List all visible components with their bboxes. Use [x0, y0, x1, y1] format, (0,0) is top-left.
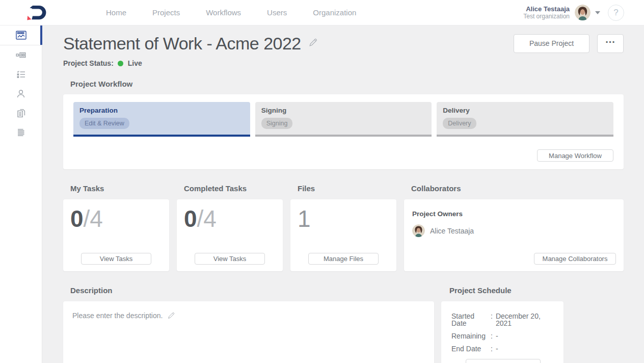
main-nav: Home Projects Workflows Users Organizati… [106, 8, 356, 17]
description-heading: Description [70, 286, 434, 295]
workflow-stages: Preparation Edit & Review Signing Signin… [73, 102, 613, 137]
status-row: Project Status: Live [63, 59, 624, 67]
status-value: Live [128, 59, 142, 67]
help-button[interactable]: ? [608, 5, 624, 21]
sidebar-item-dashboard[interactable] [0, 25, 42, 45]
stage-status-chip: Signing [261, 118, 293, 129]
schedule-value: - [496, 345, 498, 352]
edit-title-icon[interactable] [308, 38, 318, 49]
nav-users[interactable]: Users [267, 8, 287, 17]
chevron-down-icon[interactable] [595, 11, 600, 14]
schedule-value: - [496, 332, 498, 340]
my-tasks-heading: My Tasks [70, 184, 169, 193]
schedule-column: Project Schedule Started Date : December… [441, 286, 564, 363]
schedule-row-remaining: Remaining : - [451, 332, 554, 340]
collaborators-heading: Collaborators [411, 184, 624, 193]
sidebar [0, 25, 42, 363]
more-actions-button[interactable]: ... [597, 34, 624, 53]
tasks-total: /4 [84, 205, 103, 232]
stage-preparation[interactable]: Preparation Edit & Review [73, 102, 250, 137]
stage-delivery[interactable]: Delivery Delivery [437, 102, 613, 137]
user-text: Alice Testaaja Test organization [523, 5, 570, 20]
main-content: Statement of Work - Acme 2022 Pause Proj… [42, 25, 644, 363]
stage-title: Signing [261, 107, 426, 114]
sidebar-item-activity[interactable] [0, 123, 42, 142]
nav-organization[interactable]: Organization [313, 8, 356, 17]
sidebar-item-files[interactable] [0, 103, 42, 123]
sidebar-item-users[interactable] [0, 84, 42, 103]
sidebar-item-workflow[interactable] [0, 45, 42, 65]
files-heading: Files [298, 184, 396, 193]
workflow-card: Preparation Edit & Review Signing Signin… [63, 94, 624, 169]
sidebar-item-tasks[interactable] [0, 65, 42, 84]
my-tasks-card: 0/4 View Tasks [63, 199, 169, 271]
tasks-icon [16, 69, 26, 80]
stage-status-chip: Edit & Review [79, 118, 129, 129]
schedule-card: Started Date : December 20, 2021 Remaini… [441, 301, 564, 363]
manage-workflow-button[interactable]: Manage Workflow [537, 149, 613, 162]
description-column: Description Please enter the description… [63, 286, 434, 363]
my-tasks-column: My Tasks 0/4 View Tasks [63, 184, 169, 271]
logo-red-triangle [27, 16, 31, 20]
schedule-colon: : [491, 313, 493, 327]
tasks-total: /4 [197, 205, 217, 232]
tasks-completed: 0 [70, 205, 84, 232]
view-completed-tasks-button[interactable]: View Tasks [195, 253, 265, 265]
stage-status-chip: Delivery [443, 118, 476, 129]
nav-projects[interactable]: Projects [152, 8, 180, 17]
tasks-completed: 0 [184, 205, 197, 232]
app-logo[interactable] [25, 4, 49, 21]
workflow-icon [16, 50, 26, 60]
completed-tasks-count: 0/4 [184, 205, 276, 232]
stage-title: Preparation [79, 107, 244, 114]
activity-log-icon [16, 127, 26, 138]
bottom-row: Description Please enter the description… [63, 286, 624, 363]
manage-files-button[interactable]: Manage Files [308, 253, 379, 265]
schedule-label: Started Date [451, 313, 491, 327]
status-label: Project Status: [63, 59, 114, 67]
manage-schedule-button[interactable]: Manage Schedule [466, 359, 541, 363]
files-column: Files 1 Manage Files [290, 184, 396, 271]
stage-title: Delivery [443, 107, 607, 114]
stage-signing[interactable]: Signing Signing [255, 102, 432, 137]
nav-home[interactable]: Home [106, 8, 126, 17]
files-icon [16, 108, 26, 118]
logo-d-shape [32, 5, 46, 19]
collaborators-card: Project Owners Alice Testaaja Manage Col… [404, 199, 624, 271]
schedule-colon: : [491, 332, 493, 340]
schedule-heading: Project Schedule [449, 286, 564, 295]
schedule-row-end-date: End Date : - [451, 345, 554, 352]
schedule-label: Remaining [451, 332, 491, 340]
ellipsis-icon: ... [605, 33, 615, 45]
description-card: Please enter the description. [63, 301, 434, 363]
collaborators-column: Collaborators Project Owners Alice Testa… [404, 184, 624, 271]
top-bar: Home Projects Workflows Users Organizati… [0, 0, 644, 25]
description-placeholder: Please enter the description. [72, 312, 163, 320]
schedule-colon: : [491, 345, 493, 352]
owner-avatar [412, 224, 425, 237]
dashboard-icon [16, 31, 26, 40]
schedule-label: End Date [451, 345, 491, 352]
user-name: Alice Testaaja [523, 5, 570, 13]
user-menu: Alice Testaaja Test organization ? [523, 5, 624, 21]
title-row: Statement of Work - Acme 2022 Pause Proj… [63, 34, 624, 53]
completed-tasks-card: 0/4 View Tasks [177, 199, 283, 271]
my-tasks-count: 0/4 [70, 205, 162, 232]
help-question-icon: ? [613, 8, 618, 18]
user-organization: Test organization [523, 13, 570, 20]
completed-tasks-heading: Completed Tasks [184, 184, 283, 193]
files-total: 1 [298, 205, 311, 232]
user-avatar[interactable] [575, 5, 591, 20]
manage-collaborators-button[interactable]: Manage Collaborators [534, 253, 616, 265]
view-my-tasks-button[interactable]: View Tasks [81, 253, 151, 265]
pause-project-button[interactable]: Pause Project [514, 34, 589, 53]
schedule-row-started: Started Date : December 20, 2021 [451, 313, 554, 327]
nav-workflows[interactable]: Workflows [206, 8, 241, 17]
user-icon [16, 89, 26, 99]
owner-name: Alice Testaaja [430, 227, 474, 235]
stats-row: My Tasks 0/4 View Tasks Completed Tasks … [63, 184, 624, 271]
project-owners-title: Project Owners [412, 210, 615, 218]
edit-description-icon[interactable] [167, 312, 175, 321]
owner-row: Alice Testaaja [412, 224, 615, 237]
files-card: 1 Manage Files [290, 199, 396, 271]
